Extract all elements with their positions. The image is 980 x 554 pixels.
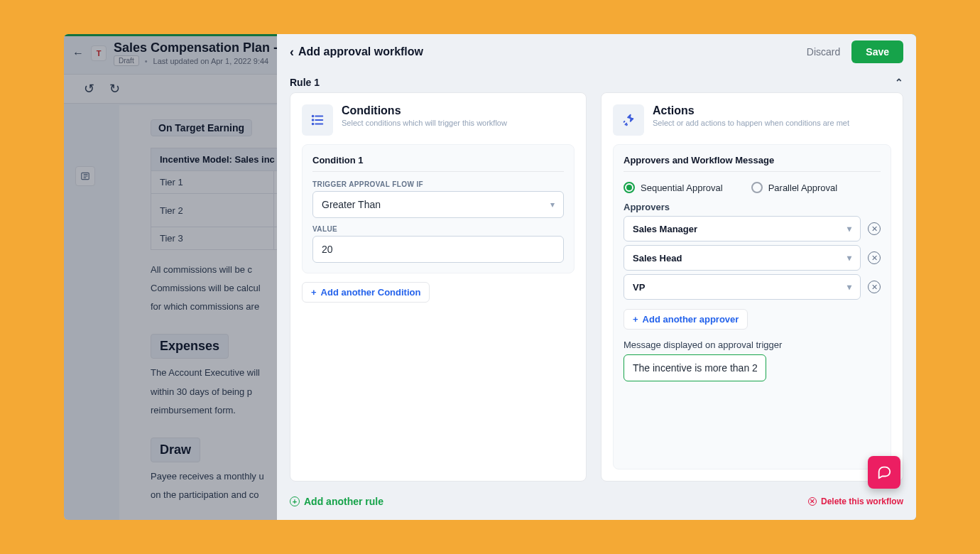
actions-subtitle: Select or add actions to happen when con… bbox=[653, 119, 849, 127]
conditions-subtitle: Select conditions which will trigger thi… bbox=[342, 119, 507, 127]
approvers-panel: Approvers and Workflow Message Sequentia… bbox=[613, 144, 891, 469]
chevron-down-icon: ▾ bbox=[550, 200, 555, 210]
rule-label: Rule 1 bbox=[290, 77, 320, 88]
actions-card: Actions Select or add actions to happen … bbox=[601, 92, 903, 482]
discard-button[interactable]: Discard bbox=[807, 46, 840, 58]
condition-panel: Condition 1 TRIGGER APPROVAL FLOW IF Gre… bbox=[302, 144, 575, 273]
approver-row: Sales Head ▾ ✕ bbox=[624, 245, 881, 271]
sequential-approval-radio[interactable]: Sequential Approval bbox=[624, 182, 723, 193]
actions-icon bbox=[613, 104, 644, 136]
approval-message-label: Message displayed on approval trigger bbox=[624, 340, 881, 350]
app-stage: ← T Sales Compensation Plan - Blo Draft … bbox=[64, 34, 916, 520]
svg-point-8 bbox=[312, 119, 314, 121]
remove-approver-icon[interactable]: ✕ bbox=[868, 222, 881, 235]
chat-fab[interactable] bbox=[868, 456, 900, 489]
drawer-back-icon[interactable]: ‹ bbox=[290, 45, 294, 60]
plus-icon: + bbox=[311, 287, 317, 298]
drawer-footer: + Add another rule ✕ Delete this workflo… bbox=[277, 490, 916, 520]
approver-select-1[interactable]: Sales Head ▾ bbox=[624, 245, 861, 271]
delete-circle-icon: ✕ bbox=[808, 497, 817, 506]
approval-workflow-drawer: ‹ Add approval workflow Discard Save Rul… bbox=[277, 34, 916, 520]
approver-row: VP ▾ ✕ bbox=[624, 274, 881, 300]
actions-title: Actions bbox=[653, 104, 849, 117]
collapse-rule-icon[interactable]: ⌃ bbox=[895, 77, 903, 88]
drawer-title: Add approval workflow bbox=[298, 45, 423, 58]
save-button[interactable]: Save bbox=[851, 40, 903, 63]
remove-approver-icon[interactable]: ✕ bbox=[868, 281, 881, 293]
conditions-icon bbox=[302, 104, 333, 136]
drawer-header: ‹ Add approval workflow Discard Save bbox=[277, 34, 916, 70]
add-condition-button[interactable]: + Add another Condition bbox=[302, 282, 430, 303]
radio-selected-icon bbox=[624, 182, 635, 193]
approver-row: Sales Manager ▾ ✕ bbox=[624, 216, 881, 241]
chevron-down-icon: ▾ bbox=[847, 224, 851, 234]
delete-workflow-button[interactable]: ✕ Delete this workflow bbox=[808, 496, 903, 506]
condition-value-input[interactable] bbox=[312, 236, 564, 263]
approver-select-2[interactable]: VP ▾ bbox=[624, 274, 861, 300]
approvers-label: Approvers bbox=[624, 202, 881, 212]
approvers-panel-heading: Approvers and Workflow Message bbox=[624, 155, 881, 172]
plus-icon: + bbox=[633, 314, 638, 325]
plus-circle-icon: + bbox=[290, 496, 300, 506]
parallel-approval-radio[interactable]: Parallel Approval bbox=[751, 182, 838, 193]
trigger-field-label: TRIGGER APPROVAL FLOW IF bbox=[312, 180, 564, 188]
svg-point-7 bbox=[312, 116, 314, 117]
conditions-title: Conditions bbox=[342, 104, 507, 117]
rule-header[interactable]: Rule 1 ⌃ bbox=[277, 70, 916, 92]
trigger-operator-select[interactable]: Greater Than ▾ bbox=[312, 191, 564, 218]
radio-unselected-icon bbox=[751, 182, 763, 193]
approval-message-input[interactable] bbox=[624, 354, 766, 381]
add-rule-button[interactable]: + Add another rule bbox=[290, 496, 383, 507]
chevron-down-icon: ▾ bbox=[847, 253, 851, 263]
condition-label: Condition 1 bbox=[312, 155, 564, 172]
approver-select-0[interactable]: Sales Manager ▾ bbox=[624, 216, 861, 241]
add-approver-button[interactable]: + Add another approver bbox=[624, 309, 748, 330]
remove-approver-icon[interactable]: ✕ bbox=[868, 251, 881, 264]
conditions-card: Conditions Select conditions which will … bbox=[290, 92, 587, 482]
svg-point-9 bbox=[312, 124, 314, 125]
value-field-label: VALUE bbox=[312, 225, 564, 233]
chevron-down-icon: ▾ bbox=[847, 282, 851, 292]
